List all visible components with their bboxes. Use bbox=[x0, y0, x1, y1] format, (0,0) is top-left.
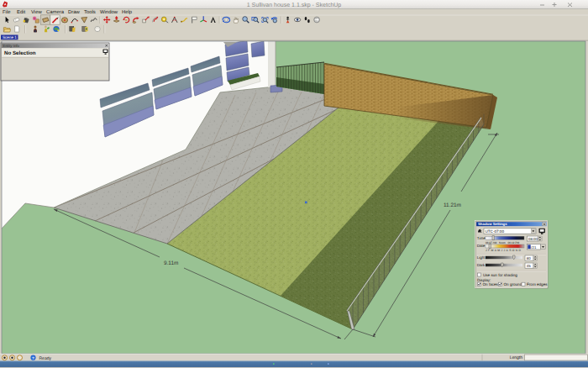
svg-text:Window: Window bbox=[100, 9, 118, 15]
svg-text:Light: Light bbox=[477, 255, 486, 260]
svg-text:View: View bbox=[31, 9, 42, 15]
svg-text:Entity Info: Entity Info bbox=[3, 44, 20, 48]
svg-text:From edges: From edges bbox=[527, 282, 548, 287]
svg-text:1 Sullivan house 1.1.skp - Ske: 1 Sullivan house 1.1.skp - SketchUp bbox=[247, 2, 342, 8]
svg-text:?: ? bbox=[32, 356, 34, 360]
svg-text:Time: Time bbox=[477, 236, 486, 240]
svg-text:08:00: 08:00 bbox=[528, 237, 538, 241]
svg-text:Tools: Tools bbox=[84, 9, 96, 15]
svg-text:45: 45 bbox=[527, 264, 531, 268]
svg-text:UTC-07:00: UTC-07:00 bbox=[486, 229, 505, 234]
svg-text:Dark: Dark bbox=[477, 263, 486, 267]
svg-text:80: 80 bbox=[527, 256, 531, 260]
svg-text:Edit: Edit bbox=[17, 9, 26, 15]
svg-text:Use sun for shading: Use sun for shading bbox=[483, 273, 517, 277]
svg-text:Ready: Ready bbox=[39, 356, 52, 361]
svg-text:Camera: Camera bbox=[46, 9, 65, 15]
svg-text:Scene 1: Scene 1 bbox=[3, 35, 17, 39]
svg-text:11.21m: 11.21m bbox=[444, 202, 461, 208]
svg-text:/21: /21 bbox=[531, 245, 537, 250]
svg-text:Length: Length bbox=[510, 355, 523, 360]
svg-text:File: File bbox=[3, 9, 11, 15]
svg-text:No Selection: No Selection bbox=[4, 50, 36, 56]
svg-text:06:07 AM Noon 06:19 PM: 06:07 AM Noon 06:19 PM bbox=[486, 241, 519, 244]
svg-text:Shadow Settings: Shadow Settings bbox=[478, 222, 507, 226]
svg-text:Date: Date bbox=[477, 244, 486, 248]
svg-text:On faces: On faces bbox=[483, 282, 499, 287]
svg-text:On ground: On ground bbox=[504, 282, 522, 287]
svg-text:Draw: Draw bbox=[68, 9, 80, 15]
svg-text:9.11m: 9.11m bbox=[164, 260, 178, 266]
svg-text:Help: Help bbox=[122, 9, 133, 15]
svg-text:JFMAMJJASOND: JFMAMJJASOND bbox=[486, 249, 522, 252]
